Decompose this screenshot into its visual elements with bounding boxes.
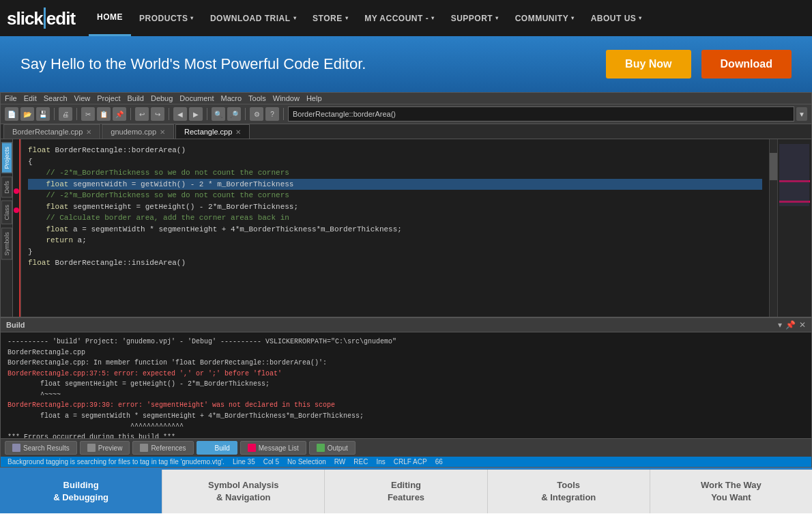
status-eol: CRLF ACP [394,458,427,466]
output-tab[interactable]: Output [309,441,356,455]
nav-link-about[interactable]: ABOUT US ▾ [583,0,650,36]
hero-tagline: Say Hello to the World's Most Powerful C… [20,55,366,73]
defs-tab[interactable]: Defs [1,177,12,198]
cut-icon[interactable]: ✂ [81,107,95,121]
tab-rectangle[interactable]: Rectangle.cpp ✕ [175,124,250,139]
nav-item-support[interactable]: SUPPORT ▾ [443,0,507,36]
code-line: float segmentHeight = getHeight() - 2*m_… [28,201,762,213]
site-logo[interactable]: slickedit [7,8,75,29]
editor-tabs: BorderRectangle.cpp ✕ gnudemo.cpp ✕ Rect… [1,124,811,139]
toolbar-separator-3 [130,108,131,120]
build-error-line-2: BorderRectangle.cpp:39:30: error: 'segme… [8,400,804,411]
tab-gnudemo[interactable]: gnudemo.cpp ✕ [102,124,174,139]
feature-tab-symbol-analysis[interactable]: Symbol Analysis& Navigation [162,470,325,513]
menu-edit[interactable]: Edit [24,94,37,102]
status-ins: Ins [376,458,385,466]
chevron-down-icon: ▾ [431,15,435,21]
nav-link-store[interactable]: STORE ▾ [304,0,356,36]
menu-window[interactable]: Window [273,94,300,102]
status-rw: RW [334,458,345,466]
menu-project[interactable]: Project [97,94,120,102]
menu-view[interactable]: View [74,94,91,102]
symbols-tab[interactable]: Symbols [1,228,12,260]
build-pin-icon[interactable]: 📌 [785,320,796,330]
code-line: float BorderRectangle::insideArea() [28,257,762,269]
nav-item-about[interactable]: ABOUT US ▾ [583,0,650,36]
feature-tab-work-way[interactable]: Work The WayYou Want [650,470,812,513]
preview-tab[interactable]: Preview [80,441,130,455]
nav-item-products[interactable]: PRODUCTS ▾ [131,0,202,36]
grep-icon[interactable]: 🔎 [227,107,241,121]
menu-file[interactable]: File [5,94,17,102]
code-line: // -2*m_BorderThickness so we do not cou… [28,190,762,201]
back-icon[interactable]: ◀ [173,107,187,121]
buy-now-button[interactable]: Buy Now [606,50,691,78]
class-tab[interactable]: Class [1,201,12,225]
build-error-line: BorderRectangle.cpp:37:5: error: expecte… [8,369,804,380]
forward-icon[interactable]: ▶ [189,107,203,121]
tab-close-icon[interactable]: ✕ [86,128,91,136]
nav-item-account[interactable]: MY ACCOUNT - ▾ [356,0,443,36]
build-title: Build [6,321,25,329]
tab-close-icon-2[interactable]: ✕ [160,128,165,136]
menu-search[interactable]: Search [44,94,68,102]
build-close-icon[interactable]: ✕ [799,320,806,330]
toolbar-separator-2 [76,108,77,120]
nav-links: HOME PRODUCTS ▾ DOWNLOAD TRIAL ▾ STORE ▾… [89,0,650,36]
status-selection: No Selection [287,458,326,466]
references-tab[interactable]: References [132,441,193,455]
feature-tab-editing[interactable]: EditingFeatures [325,470,487,513]
nav-link-account[interactable]: MY ACCOUNT - ▾ [356,0,443,36]
menu-document[interactable]: Document [179,94,214,102]
menu-build[interactable]: Build [127,94,143,102]
build-controls: ▾ 📌 ✕ [778,320,806,330]
status-bar: Background tagging is searching for file… [1,457,811,467]
feature-tab-build-debug[interactable]: Building& Debugging [0,470,162,513]
nav-link-download[interactable]: DOWNLOAD TRIAL ▾ [202,0,304,36]
menu-tools[interactable]: Tools [248,94,266,102]
nav-link-community[interactable]: COMMUNITY ▾ [507,0,583,36]
help-icon[interactable]: ? [265,107,279,121]
menu-help[interactable]: Help [306,94,322,102]
scrollbar-thumb[interactable] [770,153,777,180]
nav-link-home[interactable]: HOME [89,0,131,36]
code-line: // Calculate border area, add the corner… [28,212,762,224]
nav-item-download[interactable]: DOWNLOAD TRIAL ▾ [202,0,304,36]
find-icon[interactable]: 🔍 [212,107,225,121]
settings-icon[interactable]: ⚙ [250,107,263,121]
build-tab[interactable]: Build [197,441,237,455]
download-button[interactable]: Download [701,50,792,78]
paste-icon[interactable]: 📌 [113,107,126,121]
search-results-tab[interactable]: Search Results [5,441,77,455]
dropdown-arrow-icon[interactable]: ▼ [796,107,807,121]
new-file-icon[interactable]: 📄 [5,107,18,121]
undo-icon[interactable]: ↩ [135,107,149,121]
nav-link-support[interactable]: SUPPORT ▾ [443,0,507,36]
tab-label: Output [328,444,348,452]
build-minimize-icon[interactable]: ▾ [778,320,782,330]
message-icon [248,444,256,452]
menu-macro[interactable]: Macro [221,94,242,102]
nav-item-community[interactable]: COMMUNITY ▾ [507,0,583,36]
symbol-search-input[interactable] [288,106,794,122]
toolbar-separator [54,108,55,120]
tab-borderrectangle[interactable]: BorderRectangle.cpp ✕ [3,124,100,139]
chevron-down-icon: ▾ [495,15,499,21]
nav-item-store[interactable]: STORE ▾ [304,0,356,36]
redo-icon[interactable]: ↪ [151,107,164,121]
nav-link-products[interactable]: PRODUCTS ▾ [131,0,202,36]
vertical-scrollbar[interactable] [769,139,777,317]
tab-close-icon-3[interactable]: ✕ [235,128,241,136]
projects-tab[interactable]: Projects [1,143,12,173]
copy-icon[interactable]: 📋 [97,107,111,121]
message-list-tab[interactable]: Message List [240,441,306,455]
bottom-tabs: Search Results Preview References Build … [1,438,811,457]
open-icon[interactable]: 📂 [20,107,34,121]
build-line: ---------- 'build' Project: 'gnudemo.vpj… [8,337,804,347]
code-content[interactable]: float BorderRectangle::borderArea() { //… [21,139,769,317]
nav-item-home[interactable]: HOME [89,0,131,36]
feature-tab-tools[interactable]: Tools& Integration [488,470,650,513]
print-icon[interactable]: 🖨 [59,107,72,121]
menu-debug[interactable]: Debug [151,94,173,102]
save-icon[interactable]: 💾 [36,107,50,121]
